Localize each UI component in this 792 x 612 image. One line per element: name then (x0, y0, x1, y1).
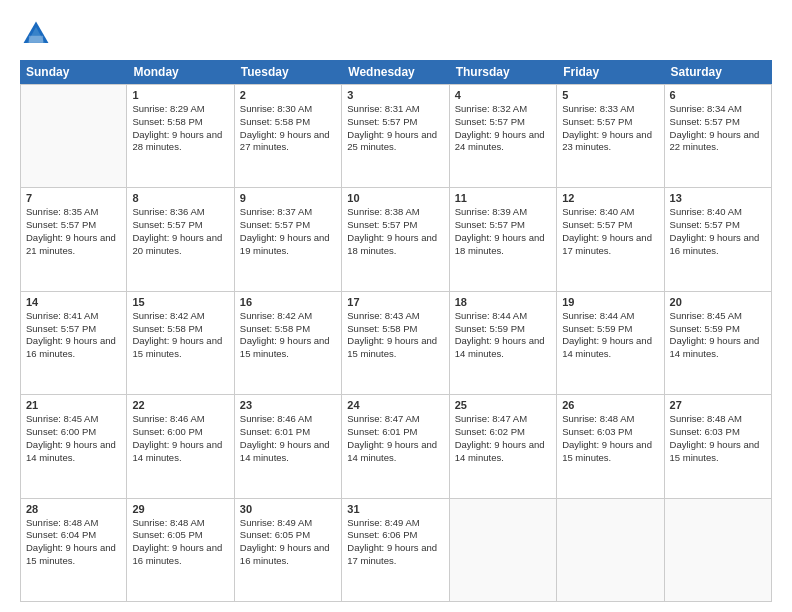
calendar-cell: 19Sunrise: 8:44 AMSunset: 5:59 PMDayligh… (557, 292, 664, 394)
day-info: Sunrise: 8:30 AMSunset: 5:58 PMDaylight:… (240, 103, 336, 154)
calendar-cell: 15Sunrise: 8:42 AMSunset: 5:58 PMDayligh… (127, 292, 234, 394)
logo-icon (20, 18, 52, 50)
day-info: Sunrise: 8:32 AMSunset: 5:57 PMDaylight:… (455, 103, 551, 154)
day-info: Sunrise: 8:40 AMSunset: 5:57 PMDaylight:… (562, 206, 658, 257)
day-info: Sunrise: 8:36 AMSunset: 5:57 PMDaylight:… (132, 206, 228, 257)
header-day-friday: Friday (557, 60, 664, 84)
day-number: 10 (347, 192, 443, 204)
calendar-cell: 30Sunrise: 8:49 AMSunset: 6:05 PMDayligh… (235, 499, 342, 601)
day-info: Sunrise: 8:47 AMSunset: 6:01 PMDaylight:… (347, 413, 443, 464)
day-info: Sunrise: 8:45 AMSunset: 5:59 PMDaylight:… (670, 310, 766, 361)
day-number: 18 (455, 296, 551, 308)
day-info: Sunrise: 8:42 AMSunset: 5:58 PMDaylight:… (132, 310, 228, 361)
day-number: 19 (562, 296, 658, 308)
day-number: 26 (562, 399, 658, 411)
header-day-wednesday: Wednesday (342, 60, 449, 84)
day-info: Sunrise: 8:48 AMSunset: 6:03 PMDaylight:… (562, 413, 658, 464)
day-info: Sunrise: 8:44 AMSunset: 5:59 PMDaylight:… (455, 310, 551, 361)
day-number: 30 (240, 503, 336, 515)
header-day-sunday: Sunday (20, 60, 127, 84)
calendar-cell: 11Sunrise: 8:39 AMSunset: 5:57 PMDayligh… (450, 188, 557, 290)
day-info: Sunrise: 8:48 AMSunset: 6:04 PMDaylight:… (26, 517, 121, 568)
page: SundayMondayTuesdayWednesdayThursdayFrid… (0, 0, 792, 612)
day-info: Sunrise: 8:43 AMSunset: 5:58 PMDaylight:… (347, 310, 443, 361)
calendar-cell: 21Sunrise: 8:45 AMSunset: 6:00 PMDayligh… (20, 395, 127, 497)
calendar-cell: 27Sunrise: 8:48 AMSunset: 6:03 PMDayligh… (665, 395, 772, 497)
day-number: 21 (26, 399, 121, 411)
calendar-cell (557, 499, 664, 601)
day-number: 29 (132, 503, 228, 515)
day-info: Sunrise: 8:46 AMSunset: 6:00 PMDaylight:… (132, 413, 228, 464)
calendar-row: 14Sunrise: 8:41 AMSunset: 5:57 PMDayligh… (20, 292, 772, 395)
calendar-row: 21Sunrise: 8:45 AMSunset: 6:00 PMDayligh… (20, 395, 772, 498)
day-info: Sunrise: 8:46 AMSunset: 6:01 PMDaylight:… (240, 413, 336, 464)
calendar-cell: 6Sunrise: 8:34 AMSunset: 5:57 PMDaylight… (665, 85, 772, 187)
day-info: Sunrise: 8:41 AMSunset: 5:57 PMDaylight:… (26, 310, 121, 361)
day-info: Sunrise: 8:49 AMSunset: 6:06 PMDaylight:… (347, 517, 443, 568)
day-number: 13 (670, 192, 766, 204)
day-number: 15 (132, 296, 228, 308)
calendar-cell: 7Sunrise: 8:35 AMSunset: 5:57 PMDaylight… (20, 188, 127, 290)
calendar-cell: 24Sunrise: 8:47 AMSunset: 6:01 PMDayligh… (342, 395, 449, 497)
calendar-cell (20, 85, 127, 187)
calendar-cell: 3Sunrise: 8:31 AMSunset: 5:57 PMDaylight… (342, 85, 449, 187)
day-number: 2 (240, 89, 336, 101)
day-number: 1 (132, 89, 228, 101)
day-info: Sunrise: 8:29 AMSunset: 5:58 PMDaylight:… (132, 103, 228, 154)
day-number: 24 (347, 399, 443, 411)
calendar-cell: 26Sunrise: 8:48 AMSunset: 6:03 PMDayligh… (557, 395, 664, 497)
day-info: Sunrise: 8:44 AMSunset: 5:59 PMDaylight:… (562, 310, 658, 361)
calendar-cell: 1Sunrise: 8:29 AMSunset: 5:58 PMDaylight… (127, 85, 234, 187)
day-info: Sunrise: 8:45 AMSunset: 6:00 PMDaylight:… (26, 413, 121, 464)
calendar-cell: 13Sunrise: 8:40 AMSunset: 5:57 PMDayligh… (665, 188, 772, 290)
calendar-cell: 5Sunrise: 8:33 AMSunset: 5:57 PMDaylight… (557, 85, 664, 187)
day-info: Sunrise: 8:37 AMSunset: 5:57 PMDaylight:… (240, 206, 336, 257)
calendar-cell: 18Sunrise: 8:44 AMSunset: 5:59 PMDayligh… (450, 292, 557, 394)
calendar-cell (450, 499, 557, 601)
day-info: Sunrise: 8:49 AMSunset: 6:05 PMDaylight:… (240, 517, 336, 568)
day-number: 5 (562, 89, 658, 101)
logo (20, 18, 58, 50)
calendar-body: 1Sunrise: 8:29 AMSunset: 5:58 PMDaylight… (20, 84, 772, 602)
day-number: 11 (455, 192, 551, 204)
day-number: 28 (26, 503, 121, 515)
calendar: SundayMondayTuesdayWednesdayThursdayFrid… (20, 60, 772, 602)
day-info: Sunrise: 8:35 AMSunset: 5:57 PMDaylight:… (26, 206, 121, 257)
calendar-cell: 2Sunrise: 8:30 AMSunset: 5:58 PMDaylight… (235, 85, 342, 187)
calendar-cell: 22Sunrise: 8:46 AMSunset: 6:00 PMDayligh… (127, 395, 234, 497)
calendar-cell: 14Sunrise: 8:41 AMSunset: 5:57 PMDayligh… (20, 292, 127, 394)
day-number: 23 (240, 399, 336, 411)
header-day-monday: Monday (127, 60, 234, 84)
day-number: 6 (670, 89, 766, 101)
calendar-cell: 16Sunrise: 8:42 AMSunset: 5:58 PMDayligh… (235, 292, 342, 394)
day-info: Sunrise: 8:38 AMSunset: 5:57 PMDaylight:… (347, 206, 443, 257)
header (20, 18, 772, 50)
day-info: Sunrise: 8:33 AMSunset: 5:57 PMDaylight:… (562, 103, 658, 154)
day-number: 12 (562, 192, 658, 204)
day-number: 16 (240, 296, 336, 308)
calendar-cell: 12Sunrise: 8:40 AMSunset: 5:57 PMDayligh… (557, 188, 664, 290)
day-number: 9 (240, 192, 336, 204)
calendar-row: 28Sunrise: 8:48 AMSunset: 6:04 PMDayligh… (20, 499, 772, 602)
header-day-saturday: Saturday (665, 60, 772, 84)
calendar-header: SundayMondayTuesdayWednesdayThursdayFrid… (20, 60, 772, 84)
svg-rect-2 (29, 36, 43, 43)
calendar-row: 7Sunrise: 8:35 AMSunset: 5:57 PMDaylight… (20, 188, 772, 291)
day-number: 17 (347, 296, 443, 308)
calendar-cell: 28Sunrise: 8:48 AMSunset: 6:04 PMDayligh… (20, 499, 127, 601)
calendar-cell: 9Sunrise: 8:37 AMSunset: 5:57 PMDaylight… (235, 188, 342, 290)
day-number: 31 (347, 503, 443, 515)
calendar-cell: 10Sunrise: 8:38 AMSunset: 5:57 PMDayligh… (342, 188, 449, 290)
calendar-cell: 8Sunrise: 8:36 AMSunset: 5:57 PMDaylight… (127, 188, 234, 290)
day-info: Sunrise: 8:40 AMSunset: 5:57 PMDaylight:… (670, 206, 766, 257)
calendar-cell: 17Sunrise: 8:43 AMSunset: 5:58 PMDayligh… (342, 292, 449, 394)
day-number: 4 (455, 89, 551, 101)
calendar-cell: 25Sunrise: 8:47 AMSunset: 6:02 PMDayligh… (450, 395, 557, 497)
day-info: Sunrise: 8:34 AMSunset: 5:57 PMDaylight:… (670, 103, 766, 154)
calendar-cell: 20Sunrise: 8:45 AMSunset: 5:59 PMDayligh… (665, 292, 772, 394)
day-number: 3 (347, 89, 443, 101)
day-info: Sunrise: 8:42 AMSunset: 5:58 PMDaylight:… (240, 310, 336, 361)
day-number: 7 (26, 192, 121, 204)
calendar-cell: 29Sunrise: 8:48 AMSunset: 6:05 PMDayligh… (127, 499, 234, 601)
day-number: 20 (670, 296, 766, 308)
